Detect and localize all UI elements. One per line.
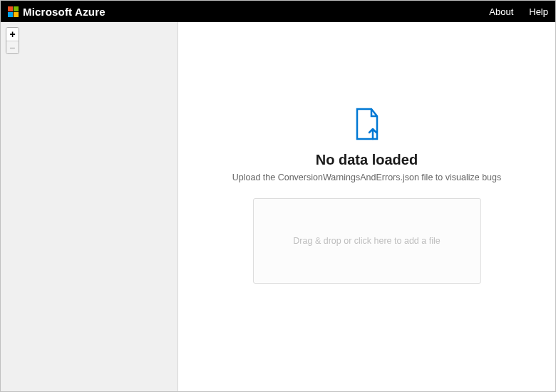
zoom-out-button: – bbox=[6, 41, 19, 53]
zoom-in-button[interactable]: + bbox=[6, 28, 19, 41]
brand-label: Microsoft Azure bbox=[23, 6, 105, 18]
help-link[interactable]: Help bbox=[529, 6, 548, 17]
topbar-right: About Help bbox=[489, 6, 548, 17]
file-dropzone[interactable]: Drag & drop or click here to add a file bbox=[253, 198, 481, 284]
content: + – No data loaded Upload the Conversion… bbox=[1, 22, 555, 391]
microsoft-logo-icon bbox=[8, 6, 19, 17]
topbar-left: Microsoft Azure bbox=[8, 6, 105, 18]
main-panel: No data loaded Upload the ConversionWarn… bbox=[178, 22, 555, 391]
topbar: Microsoft Azure About Help bbox=[1, 1, 555, 22]
sidebar: + – bbox=[1, 22, 178, 391]
zoom-control: + – bbox=[6, 27, 19, 54]
dropzone-label: Drag & drop or click here to add a file bbox=[293, 236, 440, 246]
empty-state-title: No data loaded bbox=[316, 152, 418, 168]
file-upload-icon bbox=[353, 108, 381, 143]
about-link[interactable]: About bbox=[489, 6, 513, 17]
empty-state-subtitle: Upload the ConversionWarningsAndErrors.j… bbox=[232, 172, 502, 182]
